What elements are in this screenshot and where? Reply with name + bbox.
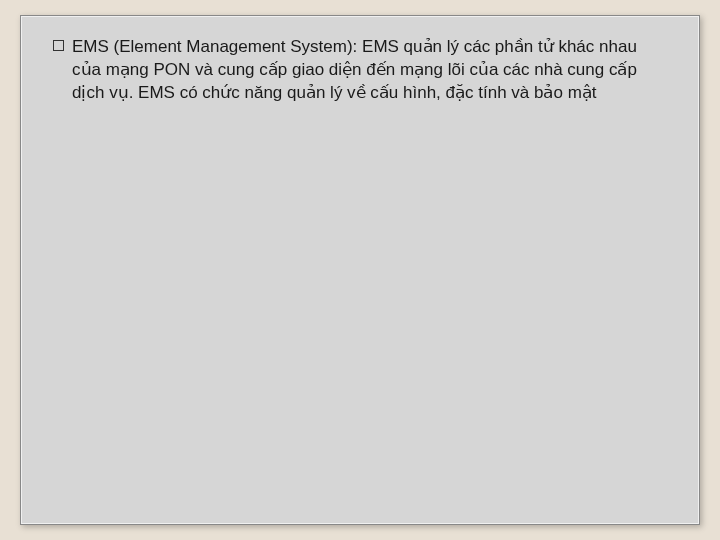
slide-frame: EMS (Element Management System): EMS quả… (20, 15, 700, 525)
bullet-item: EMS (Element Management System): EMS quả… (53, 36, 667, 105)
bullet-text: EMS (Element Management System): EMS quả… (72, 36, 667, 105)
square-bullet-icon (53, 40, 64, 51)
